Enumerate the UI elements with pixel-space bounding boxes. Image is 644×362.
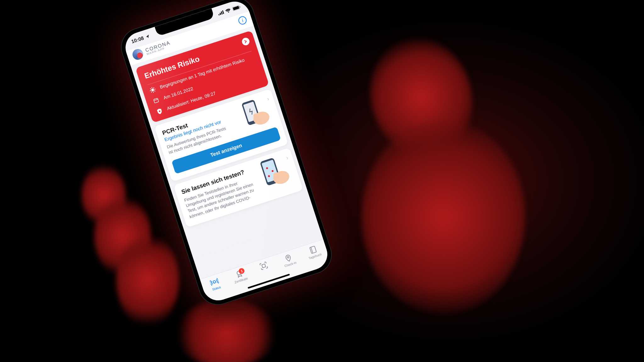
status-time: 10:08 (130, 35, 144, 45)
calendar-icon (152, 97, 160, 104)
svg-rect-2 (221, 11, 223, 14)
cellular-icon (218, 10, 224, 15)
wifi-icon (225, 8, 231, 14)
tab-scan[interactable] (250, 258, 279, 278)
phone-frame: 10:08 (116, 0, 337, 310)
main-content: Erhöhtes Risiko Begegnungen an 1 Tag mit… (132, 29, 316, 259)
shield-icon (155, 107, 164, 115)
svg-rect-5 (233, 6, 239, 10)
svg-rect-0 (219, 14, 220, 16)
tab-diary[interactable]: Tagebuch (299, 242, 328, 262)
location-icon (145, 34, 151, 40)
info-button[interactable]: i (237, 15, 248, 25)
svg-line-27 (156, 98, 157, 99)
svg-point-40 (213, 280, 216, 283)
app-logo-icon (131, 48, 145, 61)
qr-scan-icon (258, 261, 269, 271)
tab-checkin[interactable]: Check-in (275, 250, 303, 270)
tab-certificates[interactable]: 1 Zertifikate (225, 266, 254, 286)
battery-icon (232, 5, 241, 11)
phone-screen: 10:08 (121, 0, 331, 304)
svg-line-25 (154, 99, 158, 101)
svg-line-26 (154, 99, 155, 100)
svg-rect-42 (262, 264, 266, 268)
location-pin-icon (283, 253, 294, 263)
tab-status[interactable]: Status (201, 274, 230, 294)
status-icon (209, 277, 220, 287)
virus-icon (148, 86, 157, 94)
svg-rect-1 (219, 13, 221, 15)
svg-rect-44 (310, 246, 316, 253)
svg-point-43 (287, 256, 289, 258)
hand-silhouette (0, 0, 644, 362)
diary-icon (308, 245, 318, 255)
svg-point-7 (151, 88, 154, 92)
